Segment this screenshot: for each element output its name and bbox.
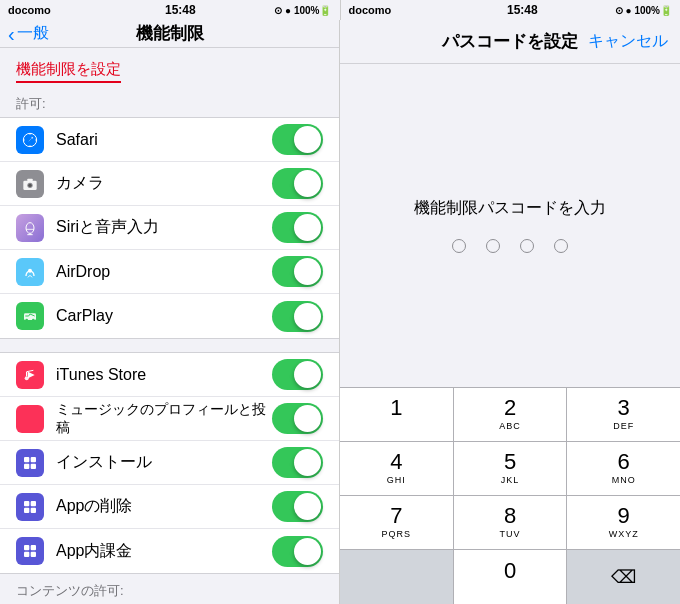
right-nav-bar: パスコードを設定 キャンセル [340, 20, 680, 64]
siri-toggle[interactable] [272, 212, 323, 243]
key-8-number: 8 [504, 504, 516, 528]
list-item[interactable]: ミュージックのプロフィールと投稿 [0, 397, 339, 441]
list-item[interactable]: iTunes Store [0, 353, 339, 397]
svg-rect-20 [31, 457, 36, 462]
airdrop-toggle[interactable] [272, 256, 323, 287]
svg-rect-4 [27, 178, 32, 181]
key-9-number: 9 [618, 504, 630, 528]
list-item[interactable]: App内課金 [0, 529, 339, 573]
safari-toggle[interactable] [272, 124, 323, 155]
right-carrier: docomo [349, 4, 392, 16]
allow-section-label: 許可: [0, 87, 339, 117]
key-row-1: 1 2 ABC 3 DEF [340, 388, 680, 442]
list-item[interactable]: Appの削除 [0, 485, 339, 529]
install-icon [16, 449, 44, 477]
key-3-letters: DEF [613, 421, 634, 433]
key-0-number: 0 [504, 559, 516, 583]
key-0[interactable]: 0 [454, 550, 568, 604]
list-item[interactable]: カメラ [0, 162, 339, 206]
svg-point-14 [25, 376, 29, 380]
list-item[interactable]: インストール [0, 441, 339, 485]
key-5-letters: JKL [501, 475, 520, 487]
key-row-3: 7 PQRS 8 TUV 9 WXYZ [340, 496, 680, 550]
left-panel: ‹ 一般 機能制限 機能制限を設定 許可: Safari [0, 20, 340, 604]
delete-key[interactable]: ⌫ [567, 550, 680, 604]
siri-icon [16, 214, 44, 242]
svg-line-16 [27, 370, 34, 371]
list-item[interactable]: CarPlay [0, 294, 339, 338]
key-empty-left [340, 550, 454, 604]
key-3[interactable]: 3 DEF [567, 388, 680, 441]
purchase-icon [16, 537, 44, 565]
key-7-number: 7 [390, 504, 402, 528]
delete-key-icon: ⌫ [611, 566, 636, 588]
itunes-toggle[interactable] [272, 359, 323, 390]
key-5[interactable]: 5 JKL [454, 442, 568, 495]
key-3-number: 3 [618, 396, 630, 420]
svg-rect-27 [24, 545, 29, 550]
safari-label: Safari [56, 131, 272, 149]
music-toggle[interactable] [272, 403, 323, 434]
key-5-number: 5 [504, 450, 516, 474]
svg-point-12 [32, 319, 35, 322]
cancel-button[interactable]: キャンセル [588, 31, 668, 52]
right-nav-title: パスコードを設定 [442, 30, 578, 53]
key-7[interactable]: 7 PQRS [340, 496, 454, 549]
delete-app-toggle[interactable] [272, 491, 323, 522]
purchase-label: App内課金 [56, 541, 272, 562]
key-8[interactable]: 8 TUV [454, 496, 568, 549]
key-2[interactable]: 2 ABC [454, 388, 568, 441]
apps-list: iTunes Store ミュージックのプロフィールと投稿 インストール [0, 352, 339, 574]
dot-1 [452, 239, 466, 253]
key-9[interactable]: 9 WXYZ [567, 496, 680, 549]
list-item[interactable]: AirDrop [0, 250, 339, 294]
main-content: ‹ 一般 機能制限 機能制限を設定 許可: Safari [0, 20, 680, 604]
back-label: 一般 [17, 23, 49, 44]
passcode-dots [452, 239, 568, 253]
key-1-number: 1 [390, 396, 402, 420]
music-icon [16, 405, 44, 433]
dot-2 [486, 239, 500, 253]
svg-rect-19 [24, 457, 29, 462]
left-nav-title: 機能制限 [136, 22, 204, 45]
active-section-label[interactable]: 機能制限を設定 [16, 60, 121, 83]
key-6[interactable]: 6 MNO [567, 442, 680, 495]
svg-rect-30 [31, 552, 36, 557]
key-2-letters: ABC [499, 421, 521, 433]
active-section: 機能制限を設定 [0, 48, 339, 87]
left-status-icons: ⊙ ● 100%🔋 [274, 5, 331, 16]
svg-rect-28 [31, 545, 36, 550]
list-item[interactable]: Safari [0, 118, 339, 162]
svg-marker-13 [28, 371, 35, 378]
svg-point-3 [28, 183, 31, 186]
list-item[interactable]: Siriと音声入力 [0, 206, 339, 250]
airdrop-icon [16, 258, 44, 286]
key-7-letters: PQRS [382, 529, 412, 541]
svg-rect-25 [24, 507, 29, 512]
passcode-prompt: 機能制限パスコードを入力 [414, 198, 606, 219]
music-label: ミュージックのプロフィールと投稿 [56, 401, 272, 437]
safari-icon [16, 126, 44, 154]
key-1[interactable]: 1 [340, 388, 454, 441]
siri-label: Siriと音声入力 [56, 217, 272, 238]
status-bars: docomo 15:48 ⊙ ● 100%🔋 docomo 15:48 ⊙ ● … [0, 0, 680, 20]
camera-toggle[interactable] [272, 168, 323, 199]
carplay-label: CarPlay [56, 307, 272, 325]
numpad-keyboard: 1 2 ABC 3 DEF 4 GHI 5 J [340, 387, 680, 604]
key-row-2: 4 GHI 5 JKL 6 MNO [340, 442, 680, 496]
carplay-toggle[interactable] [272, 301, 323, 332]
left-status-bar: docomo 15:48 ⊙ ● 100%🔋 [0, 0, 340, 20]
key-6-number: 6 [618, 450, 630, 474]
right-panel: パスコードを設定 キャンセル 機能制限パスコードを入力 1 2 ABC [340, 20, 680, 604]
left-time: 15:48 [165, 3, 196, 17]
key-4[interactable]: 4 GHI [340, 442, 454, 495]
left-carrier: docomo [8, 4, 51, 16]
svg-point-11 [25, 319, 28, 322]
install-toggle[interactable] [272, 447, 323, 478]
back-button[interactable]: ‹ 一般 [8, 23, 49, 44]
contents-section-label: コンテンツの許可: [0, 574, 339, 604]
purchase-toggle[interactable] [272, 536, 323, 567]
dot-4 [554, 239, 568, 253]
dot-3 [520, 239, 534, 253]
right-time: 15:48 [507, 3, 538, 17]
